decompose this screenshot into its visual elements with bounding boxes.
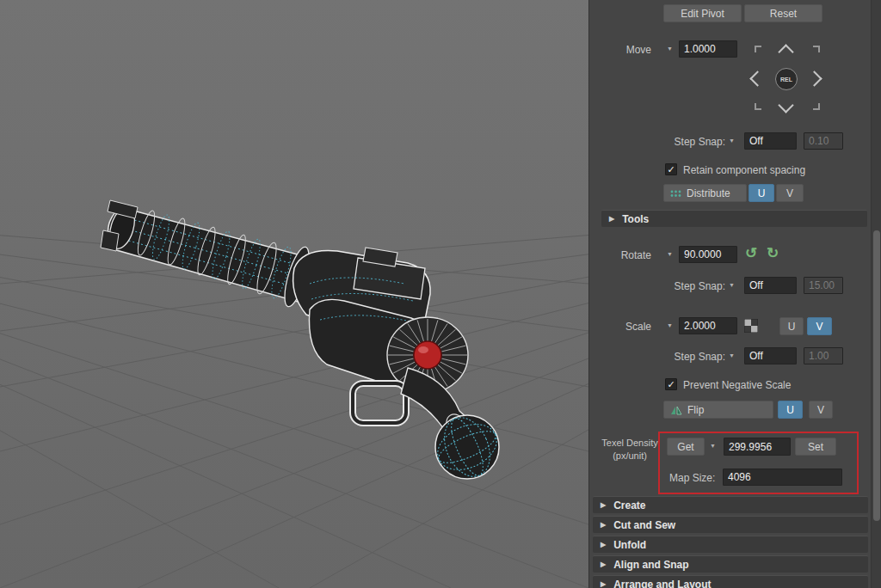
pivot-corner-top-left[interactable] [755,46,761,52]
align-and-snap-header-label: Align and Snap [613,559,688,571]
move-step-snap-mode-field[interactable] [744,132,797,150]
rotate-ccw-icon[interactable]: ↺ [745,246,757,260]
flip-button[interactable]: Flip [663,401,773,419]
distribute-icon [670,189,681,198]
prevent-negative-scale-checkbox[interactable]: ✓ [665,378,677,390]
unfold-expand-icon: ▶ [601,541,606,548]
cut-and-sew-header-label: Cut and Sew [613,519,675,531]
scale-value-field[interactable] [679,317,737,334]
section-header-align-and-snap[interactable]: ▶ Align and Snap [593,555,868,573]
red-knob [414,341,441,369]
flip-label: Flip [687,404,704,416]
texel-density-label: Texel Density (px/unit) [601,437,658,462]
move-step-snap-amount-field [804,132,843,150]
flip-u-button[interactable]: U [778,401,803,419]
pivot-corner-bottom-right[interactable] [813,103,820,110]
arrange-and-layout-header-label: Arrange and Layout [613,579,711,588]
retain-component-spacing-checkbox[interactable]: ✓ [665,163,677,175]
nudge-up-icon[interactable] [778,44,793,59]
scale-step-snap-label: Step Snap: [638,351,725,363]
create-expand-icon: ▶ [601,501,606,509]
rotate-step-snap-amount-field [804,277,843,294]
rel-button[interactable]: REL [775,68,798,90]
panel-scrollbar-track[interactable] [871,0,881,588]
scale-u-button[interactable]: U [779,317,804,335]
create-header-label: Create [613,499,645,511]
edit-pivot-button[interactable]: Edit Pivot [663,4,742,22]
prevent-negative-scale-label: Prevent Negative Scale [683,379,791,391]
rotate-step-snap-label: Step Snap: [638,280,725,292]
distribute-label: Distribute [687,187,730,199]
rotate-step-snap-dropdown-icon[interactable]: ▼ [729,282,735,288]
section-header-cut-and-sew[interactable]: ▶ Cut and Sew [593,516,868,533]
scale-v-button[interactable]: V [807,317,832,335]
move-dropdown-icon[interactable]: ▼ [667,46,673,52]
arrange-and-layout-expand-icon: ▶ [601,580,606,588]
cut-and-sew-expand-icon: ▶ [601,521,606,529]
scale-step-snap-amount-field [804,347,843,364]
rotate-label: Rotate [589,249,651,261]
distribute-button[interactable]: Distribute [663,184,747,202]
gun-model-wireframe [0,0,588,588]
retain-component-spacing-label: Retain component spacing [683,164,805,176]
texel-density-field[interactable] [724,438,791,456]
nudge-left-icon[interactable] [749,70,765,86]
tools-section-header[interactable]: ▶ Tools [601,210,867,227]
reset-button[interactable]: Reset [744,4,822,22]
viewport-3d[interactable] [0,0,588,588]
distribute-u-button[interactable]: U [749,184,774,202]
scale-step-snap-dropdown-icon[interactable]: ▼ [729,352,735,358]
tools-header-label: Tools [622,213,649,225]
nudge-right-icon[interactable] [806,70,822,86]
scale-step-snap-mode-field[interactable] [744,347,797,364]
distribute-v-button[interactable]: V [776,184,804,202]
scale-label: Scale [589,321,651,333]
texel-set-button[interactable]: Set [795,438,836,456]
move-step-snap-label: Step Snap: [638,136,725,148]
texel-get-button[interactable]: Get [667,438,705,456]
move-step-snap-dropdown-icon[interactable]: ▼ [729,138,735,144]
pivot-corner-bottom-left[interactable] [755,103,761,110]
texel-get-dropdown-icon[interactable]: ▼ [710,443,716,449]
rotate-dropdown-icon[interactable]: ▼ [667,251,673,257]
section-header-arrange-and-layout[interactable]: ▶ Arrange and Layout [593,575,868,588]
scale-dropdown-icon[interactable]: ▼ [667,322,673,328]
map-size-label: Map Size: [669,472,715,484]
section-header-unfold[interactable]: ▶ Unfold [593,536,868,553]
nudge-down-icon[interactable] [778,97,793,113]
move-label: Move [589,44,651,56]
pivot-corner-top-right[interactable] [813,46,820,52]
maya-uv-toolkit-window: Edit Pivot Reset Move ▼ REL Step Snap: ▼… [0,0,881,588]
uv-toolkit-panel: Edit Pivot Reset Move ▼ REL Step Snap: ▼… [588,0,881,588]
gun-model [101,200,504,484]
section-header-create[interactable]: ▶ Create [593,496,868,513]
rotate-value-field[interactable] [679,246,737,263]
flip-icon [670,405,682,415]
rotate-cw-icon[interactable]: ↻ [767,246,779,260]
panel-scrollbar-thumb[interactable] [873,230,880,521]
flip-v-button[interactable]: V [809,401,833,419]
map-size-field[interactable] [723,469,842,486]
tools-expand-icon: ▶ [609,215,614,223]
scale-checker-icon[interactable] [744,319,758,333]
move-value-field[interactable] [679,40,737,58]
unfold-header-label: Unfold [613,539,646,551]
rotate-step-snap-mode-field[interactable] [744,277,797,294]
align-and-snap-expand-icon: ▶ [601,560,606,568]
